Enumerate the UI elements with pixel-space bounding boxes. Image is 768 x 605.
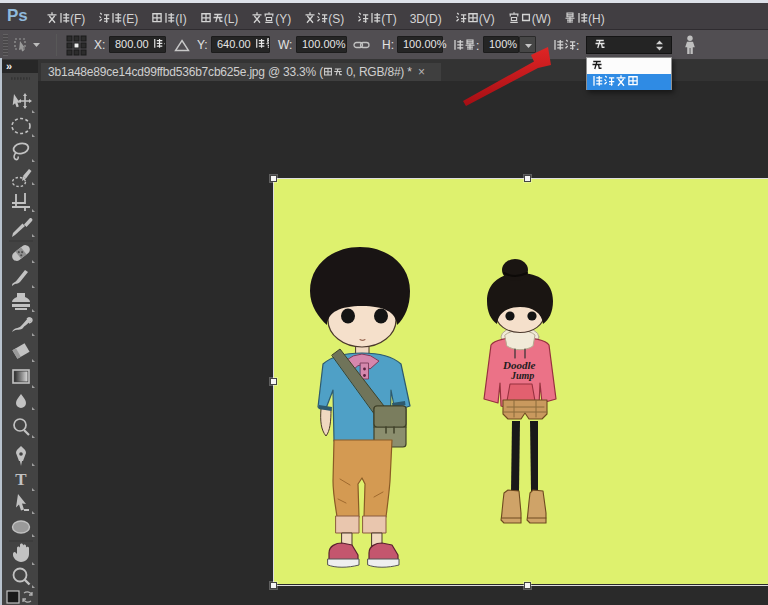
- svg-text:Jump: Jump: [510, 370, 534, 381]
- svg-text:T: T: [15, 470, 27, 489]
